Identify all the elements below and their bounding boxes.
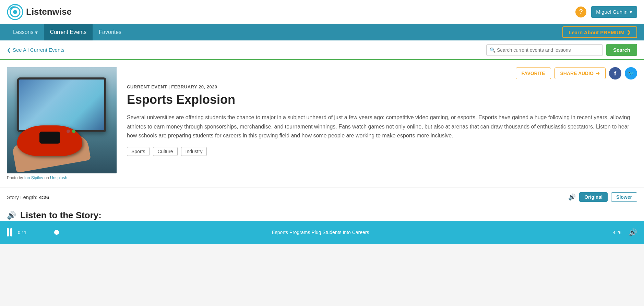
right-column: FAVORITE SHARE AUDIO ➜ f 🐦 CURRENT EVENT…: [127, 67, 637, 180]
listen-section: 🔊 Listen to the Story:: [0, 207, 644, 221]
original-speed-button[interactable]: Original: [579, 192, 608, 202]
twitter-icon: 🐦: [628, 70, 634, 77]
logo-area: Listenwise: [7, 4, 72, 20]
controller-btn-2: [67, 130, 70, 133]
nav-item-current-events[interactable]: Current Events: [44, 24, 93, 40]
navbar: Lessons ▾ Current Events Favorites Learn…: [0, 24, 644, 40]
left-column: Photo by Ion Șipilov on Unsplash: [7, 67, 117, 180]
track-label: Esports Programs Plug Students Into Care…: [272, 230, 369, 235]
tag-item[interactable]: Sports: [127, 147, 150, 156]
player-volume-button[interactable]: 🔊: [629, 228, 637, 236]
tv-screen-shape: [17, 77, 106, 132]
article-body: Several universities are offering studen…: [127, 113, 637, 140]
twitter-button[interactable]: 🐦: [625, 67, 637, 79]
main-content: Photo by Ion Șipilov on Unsplash FAVORIT…: [0, 60, 644, 187]
facebook-icon: f: [614, 70, 616, 77]
photo-credit-source-link[interactable]: Unsplash: [50, 175, 67, 180]
nav-lessons-dropdown-icon: ▾: [35, 29, 38, 36]
listen-speaker-icon: 🔊: [7, 211, 16, 220]
listen-title: Listen to the Story:: [20, 210, 102, 221]
nav-left: Lessons ▾ Current Events Favorites: [7, 24, 128, 40]
progress-thumb[interactable]: [54, 230, 59, 235]
user-name: Miguel Guhlin: [596, 9, 628, 15]
photo-credit-source: Unsplash: [50, 175, 67, 180]
premium-arrow-icon: ❯: [627, 29, 631, 35]
tv-screen-content: [19, 79, 104, 130]
nav-current-events-label: Current Events: [50, 29, 87, 35]
story-length-text: Story Length: 4:26: [7, 194, 49, 200]
search-bar: ❮ See All Current Events 🔍 Search: [0, 40, 644, 60]
header: Listenwise ? Miguel Guhlin ▾: [0, 0, 644, 24]
user-menu-button[interactable]: Miguel Guhlin ▾: [591, 6, 637, 18]
article-title: Esports Explosion: [127, 92, 637, 107]
photo-credit-author: Ion Șipilov: [24, 175, 43, 180]
help-icon[interactable]: ?: [575, 7, 586, 17]
volume-icon: 🔊: [568, 193, 576, 201]
search-button-label: Search: [613, 47, 630, 53]
slower-speed-label: Slower: [616, 194, 632, 200]
user-dropdown-icon: ▾: [630, 9, 632, 15]
article-image: [7, 67, 117, 173]
search-button[interactable]: Search: [606, 44, 637, 56]
story-length-row: Story Length: 4:26 🔊 Original Slower: [0, 187, 644, 207]
original-speed-label: Original: [584, 194, 603, 200]
back-arrow-icon: ❮: [7, 47, 11, 53]
facebook-button[interactable]: f: [609, 67, 621, 79]
controller-body: [17, 125, 82, 156]
tags-list: SportsCultureIndustry: [127, 147, 637, 156]
premium-button[interactable]: Learn About PREMIUM ❯: [562, 26, 637, 38]
photo-credit-prefix: Photo by: [7, 175, 24, 180]
tag-item[interactable]: Culture: [153, 147, 177, 156]
nav-item-favorites[interactable]: Favorites: [93, 24, 128, 40]
back-link-label: See All Current Events: [13, 47, 64, 53]
favorite-button[interactable]: FAVORITE: [516, 68, 551, 79]
photo-credit-author-link[interactable]: Ion Șipilov: [24, 175, 45, 180]
story-length-value: 4:26: [39, 194, 49, 200]
top-actions-row: FAVORITE SHARE AUDIO ➜ f 🐦: [127, 67, 637, 79]
share-audio-button[interactable]: SHARE AUDIO ➜: [554, 68, 606, 79]
story-length-prefix: Story Length:: [7, 194, 39, 200]
pause-button[interactable]: [7, 228, 12, 236]
share-audio-label: SHARE AUDIO: [560, 71, 594, 76]
svg-point-2: [13, 10, 17, 14]
controller-btn-1: [72, 130, 75, 133]
logo-text: Listenwise: [26, 7, 72, 17]
photo-credit: Photo by Ion Șipilov on Unsplash: [7, 175, 117, 180]
nav-lessons-label: Lessons: [13, 29, 34, 35]
search-right: 🔍 Search: [486, 44, 637, 56]
premium-label: Learn About PREMIUM: [569, 29, 624, 35]
hand-controller-shape: [14, 125, 82, 167]
header-right: ? Miguel Guhlin ▾: [575, 6, 637, 18]
tag-item[interactable]: Industry: [181, 147, 207, 156]
audio-player: 0:11 Esports Programs Plug Students Into…: [0, 221, 644, 244]
speed-controls: 🔊 Original Slower: [568, 192, 637, 202]
share-arrow-icon: ➜: [596, 71, 600, 76]
article-image-inner: [7, 67, 117, 173]
favorite-label: FAVORITE: [522, 71, 545, 76]
pause-icon: [7, 228, 12, 236]
search-input[interactable]: [486, 44, 603, 56]
search-input-wrap: 🔍: [486, 44, 603, 56]
logo-icon: [7, 4, 23, 20]
pause-bar-right: [10, 228, 12, 236]
nav-favorites-label: Favorites: [99, 29, 121, 35]
slower-speed-button[interactable]: Slower: [611, 192, 637, 202]
time-start: 0:11: [18, 230, 28, 235]
nav-item-lessons[interactable]: Lessons ▾: [7, 24, 44, 40]
back-link[interactable]: ❮ See All Current Events: [7, 47, 64, 53]
photo-credit-mid: on: [44, 175, 50, 180]
event-label: CURRENT EVENT | FEBRUARY 20, 2020: [127, 84, 637, 89]
controller-screen: [39, 132, 60, 144]
pause-bar-left: [7, 228, 9, 236]
search-icon: 🔍: [490, 47, 496, 53]
time-end: 4:26: [613, 230, 623, 235]
